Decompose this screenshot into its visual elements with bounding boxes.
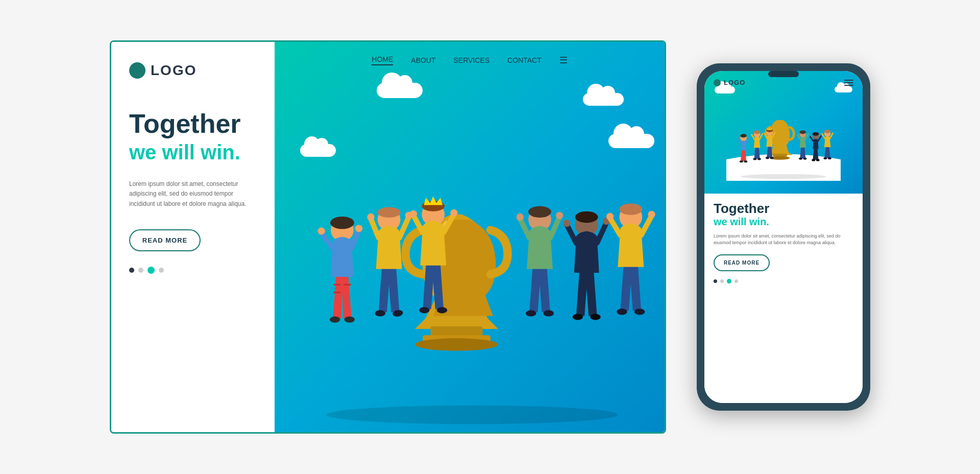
svg-line-33 bbox=[520, 219, 529, 238]
svg-line-50 bbox=[641, 216, 651, 235]
hamburger-icon[interactable]: ☰ bbox=[559, 55, 568, 66]
mobile-dot-2 bbox=[720, 279, 724, 283]
svg-point-77 bbox=[800, 130, 806, 134]
desktop-read-more-button[interactable]: READ MORE bbox=[129, 229, 201, 251]
dot-1 bbox=[129, 268, 134, 273]
svg-point-21 bbox=[375, 310, 385, 316]
nav-contact[interactable]: CONTACT bbox=[507, 56, 542, 64]
svg-point-32 bbox=[528, 206, 551, 217]
mobile-hamburger-button[interactable] bbox=[844, 80, 853, 86]
svg-point-5 bbox=[330, 217, 354, 229]
svg-point-53 bbox=[617, 309, 627, 315]
desktop-dots-row bbox=[129, 267, 257, 274]
svg-line-49 bbox=[610, 218, 620, 235]
svg-point-75 bbox=[770, 157, 773, 159]
svg-point-9 bbox=[355, 225, 362, 232]
dot-4 bbox=[159, 268, 164, 273]
mobile-dot-1 bbox=[714, 279, 717, 283]
svg-point-74 bbox=[766, 157, 769, 159]
svg-point-35 bbox=[517, 213, 524, 220]
mobile-logo-text: LOGO bbox=[724, 79, 745, 86]
svg-point-52 bbox=[648, 210, 655, 218]
svg-point-80 bbox=[799, 158, 802, 160]
svg-rect-55 bbox=[773, 154, 787, 157]
svg-point-93 bbox=[828, 157, 831, 159]
svg-point-87 bbox=[816, 159, 820, 161]
svg-point-81 bbox=[803, 158, 807, 160]
svg-point-36 bbox=[556, 211, 563, 219]
svg-point-38 bbox=[544, 310, 554, 316]
svg-point-54 bbox=[634, 309, 645, 315]
svg-point-46 bbox=[590, 314, 600, 320]
mobile-dot-4 bbox=[734, 279, 738, 283]
mobile-bottom-area: Together we will win. Lorem ipsum dolor … bbox=[704, 194, 863, 403]
svg-line-18 bbox=[399, 217, 408, 238]
mobile-headline-line1: Together bbox=[714, 201, 853, 216]
hamburger-line-3 bbox=[844, 85, 853, 86]
mobile-dots-row bbox=[714, 279, 853, 283]
svg-point-69 bbox=[757, 158, 761, 160]
svg-line-42 bbox=[597, 223, 606, 243]
desktop-headline-line1: Together bbox=[129, 109, 257, 138]
hamburger-line-1 bbox=[844, 80, 853, 81]
svg-point-37 bbox=[526, 310, 536, 316]
svg-point-86 bbox=[812, 159, 815, 161]
cloud-1 bbox=[377, 83, 423, 98]
svg-line-6 bbox=[322, 232, 333, 248]
mobile-read-more-button[interactable]: READ MORE bbox=[714, 254, 770, 271]
desktop-logo-area: LOGO bbox=[129, 62, 257, 79]
desktop-left-panel: LOGO Together we will win. Lorem ipsum d… bbox=[111, 42, 275, 432]
desktop-mockup: LOGO Together we will win. Lorem ipsum d… bbox=[110, 40, 666, 434]
svg-line-34 bbox=[550, 217, 559, 238]
nav-about[interactable]: ABOUT bbox=[411, 56, 435, 64]
svg-point-13 bbox=[330, 316, 340, 322]
nav-services[interactable]: SERVICES bbox=[454, 56, 490, 64]
svg-point-59 bbox=[740, 134, 747, 137]
svg-point-3 bbox=[415, 338, 498, 350]
desktop-description: Lorem ipsum dolor sit amet, consectetur … bbox=[129, 179, 257, 209]
nav-home[interactable]: HOME bbox=[372, 55, 393, 65]
desktop-scene-svg bbox=[275, 101, 665, 432]
svg-point-68 bbox=[753, 158, 757, 160]
hamburger-line-2 bbox=[844, 82, 853, 83]
svg-point-83 bbox=[813, 132, 819, 136]
svg-point-63 bbox=[744, 160, 747, 162]
svg-point-8 bbox=[318, 227, 325, 234]
svg-line-17 bbox=[371, 219, 378, 238]
svg-point-51 bbox=[606, 212, 614, 220]
desktop-right-panel: HOME ABOUT SERVICES CONTACT ☰ bbox=[275, 42, 665, 432]
svg-point-19 bbox=[367, 213, 374, 220]
dot-2 bbox=[138, 268, 143, 273]
svg-line-41 bbox=[567, 225, 576, 243]
mobile-logo-circle bbox=[714, 79, 721, 86]
svg-point-92 bbox=[823, 157, 827, 159]
mobile-screen: LOGO bbox=[704, 71, 863, 403]
desktop-headline-line2: we will win. bbox=[129, 141, 257, 164]
svg-point-62 bbox=[740, 160, 743, 162]
mobile-description: Lorem ipsum dolor sit amet, consectetur … bbox=[714, 233, 853, 247]
mobile-logo-area: LOGO bbox=[714, 79, 745, 86]
svg-point-29 bbox=[419, 307, 429, 313]
svg-point-43 bbox=[563, 220, 570, 227]
svg-point-28 bbox=[450, 209, 457, 216]
svg-point-89 bbox=[824, 130, 831, 133]
mobile-dot-3 bbox=[727, 279, 731, 283]
svg-point-65 bbox=[754, 130, 761, 134]
mobile-notch bbox=[768, 71, 799, 77]
svg-point-48 bbox=[619, 203, 642, 215]
svg-point-0 bbox=[327, 405, 618, 424]
svg-point-14 bbox=[345, 316, 355, 322]
mobile-top-area: LOGO bbox=[704, 71, 863, 194]
dot-3 bbox=[148, 267, 155, 274]
svg-point-16 bbox=[378, 207, 401, 217]
svg-point-27 bbox=[410, 210, 417, 217]
mobile-scene-svg bbox=[704, 109, 863, 181]
mobile-mockup: LOGO bbox=[697, 63, 870, 411]
desktop-logo-text: LOGO bbox=[151, 62, 197, 79]
main-container: LOGO Together we will win. Lorem ipsum d… bbox=[56, 40, 924, 434]
svg-point-30 bbox=[437, 307, 447, 313]
svg-point-40 bbox=[575, 211, 598, 222]
svg-point-45 bbox=[573, 314, 583, 320]
desktop-navbar: HOME ABOUT SERVICES CONTACT ☰ bbox=[275, 42, 665, 79]
svg-point-57 bbox=[741, 174, 826, 179]
